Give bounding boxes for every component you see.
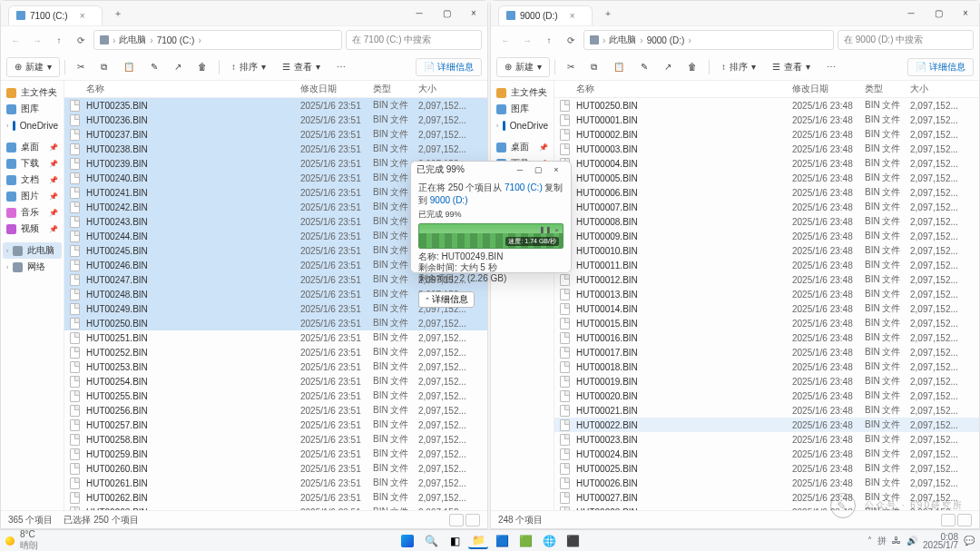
file-row[interactable]: HUT00250.BIN2025/1/6 23:48BIN 文件2,097,15…	[554, 98, 979, 113]
sidebar-item-videos[interactable]: 视频📌	[3, 221, 62, 237]
taskbar-clock[interactable]: 0:082025/1/7	[923, 533, 958, 549]
file-row[interactable]: HUT00003.BIN2025/1/6 23:48BIN 文件2,097,15…	[554, 142, 979, 156]
close-button[interactable]: ×	[460, 1, 487, 26]
file-row[interactable]: HUT00258.BIN2025/1/6 23:51BIN 文件2,097,15…	[64, 432, 487, 447]
file-row[interactable]: HUT00235.BIN2025/1/6 23:51BIN 文件2,097,15…	[64, 98, 487, 113]
maximize-button[interactable]: ▢	[433, 1, 460, 26]
taskbar-app[interactable]: ⬛	[563, 533, 583, 549]
paste-button[interactable]: 📋	[116, 57, 142, 77]
task-view-button[interactable]: ◧	[445, 533, 465, 549]
file-row[interactable]: HUT00020.BIN2025/1/6 23:48BIN 文件2,097,15…	[554, 389, 979, 403]
view-grid-icon[interactable]	[466, 514, 480, 526]
taskbar-app[interactable]: 🟦	[492, 533, 512, 549]
copy-button[interactable]: ⧉	[583, 57, 604, 77]
minimize-button[interactable]: ─	[406, 1, 433, 26]
delete-button[interactable]: 🗑	[191, 57, 214, 77]
file-row[interactable]: HUT00005.BIN2025/1/6 23:48BIN 文件2,097,15…	[554, 171, 979, 185]
file-row[interactable]: HUT00025.BIN2025/1/6 23:48BIN 文件2,097,15…	[554, 461, 979, 476]
file-row[interactable]: HUT00011.BIN2025/1/6 23:48BIN 文件2,097,15…	[554, 258, 979, 272]
close-button[interactable]: ×	[547, 162, 565, 178]
file-row[interactable]: HUT00261.BIN2025/1/6 23:51BIN 文件2,097,15…	[64, 476, 487, 490]
file-row[interactable]: HUT00260.BIN2025/1/6 23:51BIN 文件2,097,15…	[64, 461, 487, 476]
delete-button[interactable]: 🗑	[681, 57, 704, 77]
tray-ime-icon[interactable]: 拼	[877, 535, 887, 547]
sidebar-item-desktop[interactable]: 桌面📌	[493, 139, 552, 155]
view-list-icon[interactable]	[449, 514, 464, 526]
minimize-button[interactable]: ─	[511, 162, 529, 178]
column-headers[interactable]: 名称修改日期类型大小	[554, 81, 979, 98]
rename-button[interactable]: ✎	[633, 57, 655, 77]
new-button[interactable]: ⊕新建▾	[496, 57, 550, 77]
file-list[interactable]: 名称修改日期类型大小 HUT00250.BIN2025/1/6 23:48BIN…	[554, 81, 979, 510]
file-row[interactable]: HUT00014.BIN2025/1/6 23:48BIN 文件2,097,15…	[554, 301, 979, 316]
breadcrumb[interactable]: › 此电脑 › 9000 (D:) ›	[583, 30, 834, 50]
details-pane-button[interactable]: 📄详细信息	[907, 58, 974, 76]
file-row[interactable]: HUT00016.BIN2025/1/6 23:48BIN 文件2,097,15…	[554, 330, 979, 345]
search-input[interactable]: 在 9000 (D:) 中搜索	[838, 30, 974, 50]
details-pane-button[interactable]: 📄详细信息	[416, 58, 482, 76]
sidebar-item-music[interactable]: 音乐📌	[3, 204, 62, 221]
notifications-button[interactable]: 💬	[964, 536, 975, 546]
file-row[interactable]: HUT00026.BIN2025/1/6 23:48BIN 文件2,097,15…	[554, 476, 979, 490]
start-button[interactable]	[397, 533, 417, 549]
file-row[interactable]: HUT00237.BIN2025/1/6 23:51BIN 文件2,097,15…	[64, 127, 487, 142]
file-row[interactable]: HUT00253.BIN2025/1/6 23:51BIN 文件2,097,15…	[64, 359, 487, 374]
minimize-button[interactable]: ─	[897, 1, 925, 26]
back-button[interactable]: ←	[496, 31, 514, 49]
file-row[interactable]: HUT00238.BIN2025/1/6 23:51BIN 文件2,097,15…	[64, 142, 487, 156]
sidebar-item-home[interactable]: 主文件夹	[3, 84, 62, 101]
file-row[interactable]: HUT00262.BIN2025/1/6 23:51BIN 文件2,097,15…	[64, 490, 487, 505]
file-row[interactable]: HUT00001.BIN2025/1/6 23:48BIN 文件2,097,15…	[554, 113, 979, 127]
file-row[interactable]: HUT00004.BIN2025/1/6 23:48BIN 文件2,097,15…	[554, 156, 979, 171]
taskbar-explorer[interactable]: 📁	[468, 533, 488, 549]
crumb-thispc[interactable]: 此电脑	[609, 34, 636, 46]
share-button[interactable]: ↗	[167, 57, 189, 77]
tab-close-icon[interactable]: ×	[570, 11, 575, 21]
file-row[interactable]: HUT00013.BIN2025/1/6 23:48BIN 文件2,097,15…	[554, 287, 979, 301]
file-row[interactable]: HUT00023.BIN2025/1/6 23:48BIN 文件2,097,15…	[554, 432, 979, 447]
view-list-icon[interactable]	[941, 514, 956, 526]
file-row[interactable]: HUT00006.BIN2025/1/6 23:48BIN 文件2,097,15…	[554, 185, 979, 200]
file-row[interactable]: HUT00254.BIN2025/1/6 23:51BIN 文件2,097,15…	[64, 374, 487, 389]
taskbar-weather[interactable]: 8°C晴朗	[5, 529, 38, 551]
sidebar-item-documents[interactable]: 文档📌	[3, 172, 62, 188]
maximize-button[interactable]: ▢	[925, 1, 952, 26]
more-button[interactable]: ⋯	[329, 57, 353, 77]
file-row[interactable]: HUT00018.BIN2025/1/6 23:48BIN 文件2,097,15…	[554, 359, 979, 374]
dialog-titlebar[interactable]: 已完成 99% ─ ▢ ×	[411, 162, 571, 178]
file-row[interactable]: HUT00252.BIN2025/1/6 23:51BIN 文件2,097,15…	[64, 345, 487, 359]
sidebar-item-onedrive[interactable]: ›OneDrive	[493, 117, 552, 133]
file-row[interactable]: HUT00017.BIN2025/1/6 23:48BIN 文件2,097,15…	[554, 345, 979, 359]
file-row[interactable]: HUT00012.BIN2025/1/6 23:48BIN 文件2,097,15…	[554, 272, 979, 287]
file-row[interactable]: HUT00022.BIN2025/1/6 23:48BIN 文件2,097,15…	[554, 418, 979, 432]
rename-button[interactable]: ✎	[143, 57, 165, 77]
paste-button[interactable]: 📋	[606, 57, 632, 77]
file-row[interactable]: HUT00021.BIN2025/1/6 23:48BIN 文件2,097,15…	[554, 403, 979, 418]
refresh-button[interactable]: ⟳	[72, 31, 90, 49]
file-row[interactable]: HUT00257.BIN2025/1/6 23:51BIN 文件2,097,15…	[64, 418, 487, 432]
refresh-button[interactable]: ⟳	[562, 31, 580, 49]
file-row[interactable]: HUT00024.BIN2025/1/6 23:48BIN 文件2,097,15…	[554, 447, 979, 461]
tray-network-icon[interactable]: 🖧	[892, 536, 901, 546]
taskbar-search[interactable]: 🔍	[421, 533, 441, 549]
share-button[interactable]: ↗	[657, 57, 679, 77]
file-row[interactable]: HUT00007.BIN2025/1/6 23:48BIN 文件2,097,15…	[554, 200, 979, 214]
view-button[interactable]: ☰查看▾	[765, 57, 818, 77]
new-button[interactable]: ⊕新建▾	[6, 57, 60, 77]
file-row[interactable]: HUT00009.BIN2025/1/6 23:48BIN 文件2,097,15…	[554, 229, 979, 243]
search-input[interactable]: 在 7100 (C:) 中搜索	[346, 30, 482, 50]
up-button[interactable]: ↑	[540, 31, 558, 49]
forward-button[interactable]: →	[28, 31, 46, 49]
sidebar-item-onedrive[interactable]: ›OneDrive	[3, 117, 62, 133]
forward-button[interactable]: →	[518, 31, 536, 49]
sidebar-item-gallery[interactable]: 图库	[493, 101, 552, 117]
file-row[interactable]: HUT00255.BIN2025/1/6 23:51BIN 文件2,097,15…	[64, 389, 487, 403]
fewer-details-button[interactable]: ⌃ 详细信息	[418, 291, 475, 308]
crumb-drive[interactable]: 9000 (D:)	[647, 35, 685, 45]
cut-button[interactable]: ✂	[70, 57, 92, 77]
file-row[interactable]: HUT00027.BIN2025/1/6 23:48BIN 文件2,097,15…	[554, 490, 979, 505]
new-tab-button[interactable]: ＋	[108, 5, 128, 22]
file-row[interactable]: HUT00015.BIN2025/1/6 23:48BIN 文件2,097,15…	[554, 316, 979, 330]
sidebar-item-gallery[interactable]: 图库	[3, 101, 62, 117]
window-tab[interactable]: 9000 (D:) ×	[498, 5, 593, 25]
